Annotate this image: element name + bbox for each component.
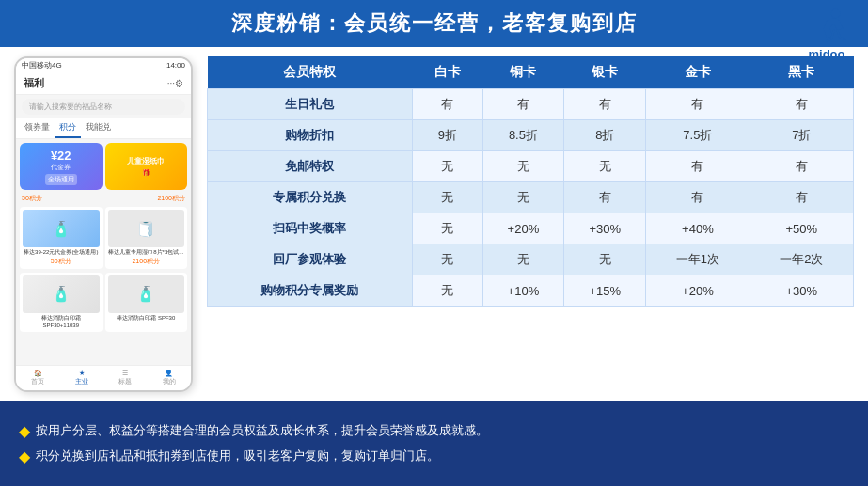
main-content: 中国移动4G 14:00 福利 ···⚙ 请输入搜索要的福品名称 领券量 积分 …: [0, 47, 868, 401]
product-card-3: 🧴 棒达消防白印霜 SPF30+11039: [20, 273, 103, 333]
footer-text-2: 积分兑换到店礼品和抵扣券到店使用，吸引老客户复购，复购订单归门店。: [36, 448, 439, 464]
bronze-factory-tour: 无: [482, 244, 564, 275]
feature-discount: 购物折扣: [208, 120, 413, 151]
col-black: 黑卡: [750, 56, 853, 89]
phone-nav: 🏠首页 ★主业 ☰标题 👤我的: [16, 365, 191, 390]
black-scan-win: +50%: [750, 213, 853, 244]
product-name-2: 棒达儿童专用湿巾8片*3包试...: [108, 249, 185, 257]
coupon-row: ¥22 代金券 全场通用 儿童湿纸巾 🎁: [20, 143, 187, 190]
carrier-text: 中国移动4G: [22, 60, 62, 71]
phone-mockup: 中国移动4G 14:00 福利 ···⚙ 请输入搜索要的福品名称 领券量 积分 …: [14, 56, 193, 392]
bronze-points-exchange: 无: [482, 182, 564, 213]
product-name-1: 棒达39-22元代金券(全场通用): [23, 249, 100, 257]
phone-status-bar: 中国移动4G 14:00: [16, 58, 191, 72]
silver-points-exchange: 有: [564, 182, 646, 213]
black-discount: 7折: [750, 120, 853, 151]
coupon-card-2: 儿童湿纸巾 🎁: [105, 143, 188, 190]
points-row: 50积分 2100积分: [20, 194, 187, 203]
footer-text-1: 按用户分层、权益分等搭建合理的会员权益及成长体系，提升会员荣誉感及成就感。: [36, 422, 488, 439]
black-factory-tour: 一年2次: [750, 244, 853, 275]
white-discount: 9折: [412, 120, 482, 151]
white-freeship: 无: [412, 151, 482, 182]
col-bronze: 铜卡: [482, 56, 564, 89]
search-placeholder: 请输入搜索要的福品名称: [29, 102, 112, 111]
product-img-3: 🧴: [23, 275, 100, 313]
product-name-4: 棒达消防白印霜 SPF30: [108, 315, 185, 323]
white-points-reward: 无: [412, 275, 482, 307]
feature-birthday: 生日礼包: [208, 89, 413, 120]
product-img-2: 🧻: [108, 210, 185, 247]
table-row: 免邮特权 无 无 无 有 有: [208, 151, 854, 182]
silver-factory-tour: 无: [564, 244, 646, 275]
silver-points-reward: +15%: [564, 275, 646, 307]
col-feature: 会员特权: [208, 56, 413, 89]
header-row: 会员特权 白卡 铜卡 银卡 金卡 黑卡: [208, 56, 854, 89]
nav-main[interactable]: ★主业: [75, 370, 88, 386]
phone-search-bar[interactable]: 请输入搜索要的福品名称: [22, 99, 185, 115]
nav-profile[interactable]: 👤我的: [163, 370, 176, 386]
points2: 2100积分: [157, 194, 185, 203]
product-card-1: 🧴 棒达39-22元代金券(全场通用) 50积分: [20, 207, 103, 269]
coupon-label: 代金券: [51, 163, 71, 172]
product-card-4: 🧴 棒达消防白印霜 SPF30: [105, 273, 188, 333]
gold-discount: 7.5折: [646, 120, 750, 151]
table-body: 生日礼包 有 有 有 有 有 购物折扣 9折 8.5折 8折 7.5折 7折 免…: [208, 89, 854, 307]
nav-title[interactable]: ☰标题: [118, 370, 132, 386]
product-row: 🧴 棒达39-22元代金券(全场通用) 50积分 🧻 棒达儿童专用湿巾8片*3包…: [20, 207, 187, 269]
bronze-discount: 8.5折: [482, 120, 564, 151]
phone-header-icons: ···⚙: [167, 78, 183, 88]
tab-points[interactable]: 积分: [55, 118, 81, 138]
table-area: 会员特权 白卡 铜卡 银卡 金卡 黑卡 生日礼包 有 有 有 有 有: [207, 56, 854, 392]
gold-points-exchange: 有: [646, 182, 750, 213]
white-scan-win: 无: [412, 213, 482, 244]
feature-points-reward: 购物积分专属奖励: [208, 275, 413, 307]
footer-line-2: ◆ 积分兑换到店礼品和抵扣券到店使用，吸引老客户复购，复购订单归门店。: [19, 448, 849, 465]
phone-header-title: 福利: [24, 76, 44, 90]
coupon2-points: 🎁: [142, 169, 150, 177]
time-text: 14:00: [166, 61, 185, 70]
membership-table: 会员特权 白卡 铜卡 银卡 金卡 黑卡 生日礼包 有 有 有 有 有: [207, 56, 854, 307]
silver-scan-win: +30%: [564, 213, 646, 244]
tab-coupon[interactable]: 领券量: [20, 118, 55, 138]
black-birthday: 有: [750, 89, 853, 120]
logo-text: midoo: [809, 47, 845, 61]
bronze-scan-win: +20%: [482, 213, 564, 244]
product-img-4: 🧴: [108, 275, 185, 313]
white-factory-tour: 无: [412, 244, 482, 275]
coupon2-label: 儿童湿纸巾: [127, 156, 165, 166]
feature-factory-tour: 回厂参观体验: [208, 244, 413, 275]
bronze-freeship: 无: [482, 151, 564, 182]
phone-header: 福利 ···⚙: [16, 72, 191, 95]
gold-points-reward: +20%: [646, 275, 750, 307]
table-row: 回厂参观体验 无 无 无 一年1次 一年2次: [208, 244, 854, 275]
product-row-2: 🧴 棒达消防白印霜 SPF30+11039 🧴 棒达消防白印霜 SPF30: [20, 273, 187, 333]
tab-exchange[interactable]: 我能兑: [81, 118, 116, 138]
feature-freeship: 免邮特权: [208, 151, 413, 182]
table-row: 专属积分兑换 无 无 有 有 有: [208, 182, 854, 213]
gold-freeship: 有: [646, 151, 750, 182]
product-name-3: 棒达消防白印霜 SPF30+11039: [23, 315, 100, 330]
feature-scan-win: 扫码中奖概率: [208, 213, 413, 244]
coupon-range: 全场通用: [45, 174, 77, 185]
coupon-card-1: ¥22 代金券 全场通用: [20, 143, 103, 190]
product-points-2: 2100积分: [108, 257, 185, 266]
nav-home[interactable]: 🏠首页: [31, 370, 44, 386]
phone-body: ¥22 代金券 全场通用 儿童湿纸巾 🎁 50积分 2100积分 🧴: [16, 139, 191, 392]
footer: ◆ 按用户分层、权益分等搭建合理的会员权益及成长体系，提升会员荣誉感及成就感。 …: [0, 401, 868, 486]
white-birthday: 有: [412, 89, 482, 120]
svg-point-0: [831, 9, 841, 19]
table-row: 扫码中奖概率 无 +20% +30% +40% +50%: [208, 213, 854, 244]
gold-birthday: 有: [646, 89, 750, 120]
col-gold: 金卡: [646, 56, 750, 89]
table-row: 购物积分专属奖励 无 +10% +15% +20% +30%: [208, 275, 854, 307]
white-points-exchange: 无: [412, 182, 482, 213]
bullet-icon-2: ◆: [19, 448, 30, 465]
silver-freeship: 无: [564, 151, 646, 182]
col-silver: 银卡: [564, 56, 646, 89]
bronze-points-reward: +10%: [482, 275, 564, 307]
gold-scan-win: +40%: [646, 213, 750, 244]
product-points-1: 50积分: [23, 257, 100, 266]
product-img-1: 🧴: [23, 210, 100, 247]
silver-birthday: 有: [564, 89, 646, 120]
points1: 50积分: [22, 194, 42, 203]
